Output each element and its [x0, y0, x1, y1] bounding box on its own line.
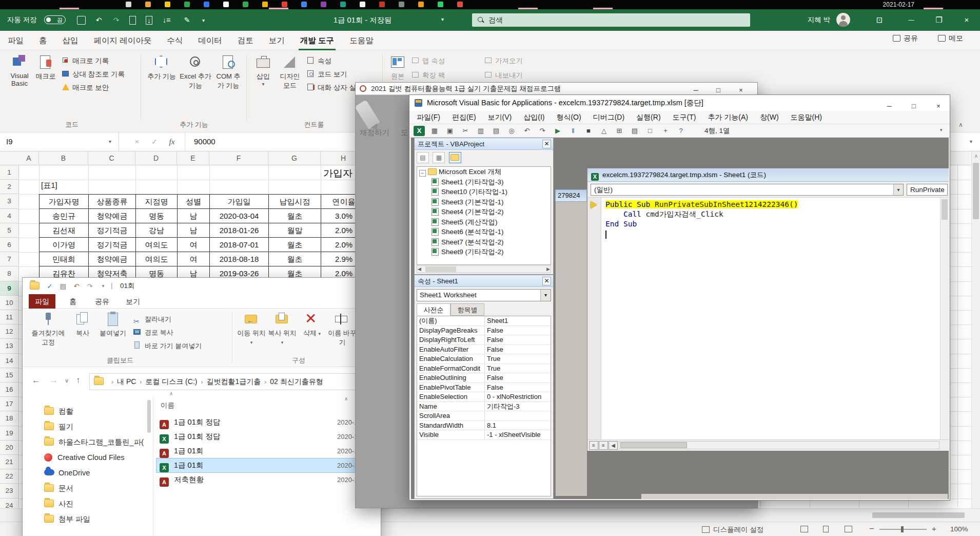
- row-header-20[interactable]: 20: [0, 441, 19, 455]
- qat-undo-icon[interactable]: ↶: [72, 282, 81, 291]
- row-header-18[interactable]: 18: [0, 411, 19, 426]
- taskbar-app-icon[interactable]: [204, 2, 209, 7]
- column-header-G[interactable]: G: [268, 151, 321, 165]
- project-hscrollbar[interactable]: ◀▶: [417, 265, 551, 273]
- xml-source-button[interactable]: 원본: [386, 53, 409, 81]
- code-editor[interactable]: Public Sub RunPrivateSubInSheet121422234…: [601, 198, 940, 439]
- insert-function-icon[interactable]: fx: [164, 132, 180, 151]
- run-icon[interactable]: ▶: [552, 126, 563, 136]
- vba-menu-삽입(I)[interactable]: 삽입(I): [523, 113, 544, 122]
- split-view-icon[interactable]: ≡: [589, 441, 598, 450]
- move-to-button[interactable]: ← 이동 위치 ▾: [237, 311, 266, 346]
- row-header-14[interactable]: 14: [0, 354, 19, 368]
- record-macro-button[interactable]: 매크로 기록: [62, 55, 109, 67]
- properties-button[interactable]: 속성: [307, 55, 331, 67]
- back-icon[interactable]: ←: [32, 375, 41, 386]
- copy-to-button[interactable]: 복사 위치 ▾: [268, 311, 297, 346]
- forward-icon[interactable]: →: [49, 375, 58, 386]
- name-box[interactable]: I9 ▾: [0, 132, 119, 151]
- taskbar-app-icon[interactable]: [243, 2, 248, 7]
- sidebar-item-컴활[interactable]: 컴활: [44, 405, 73, 417]
- row-header-19[interactable]: 19: [0, 426, 19, 441]
- sidebar-scroll-up-icon[interactable]: ∧: [169, 391, 173, 396]
- taskbar-app-icon[interactable]: [282, 2, 287, 7]
- tree-item-sheet[interactable]: Sheet1 (기타작업-3): [417, 177, 551, 187]
- taskbar-app-icon[interactable]: [262, 2, 268, 7]
- qat-more-icon[interactable]: ▾: [199, 16, 208, 25]
- property-row[interactable]: Visible-1 - xlSheetVisible: [417, 430, 551, 440]
- qat-clipboard-icon[interactable]: ▤: [58, 282, 68, 291]
- map-properties-button[interactable]: 맵 속성: [411, 55, 445, 67]
- row-header-11[interactable]: 11: [0, 310, 19, 324]
- design-mode-icon[interactable]: △: [598, 126, 610, 136]
- qat-checkbox-icon[interactable]: ✓: [45, 282, 54, 291]
- row-header-15[interactable]: 15: [0, 368, 19, 382]
- ribbon-tab-삽입[interactable]: 삽입: [55, 31, 86, 50]
- property-value[interactable]: [485, 411, 551, 420]
- row-header-9[interactable]: 9: [0, 281, 19, 296]
- row-header-8[interactable]: 8: [0, 266, 19, 281]
- share-button[interactable]: 공유: [893, 34, 918, 48]
- vertical-scrollbar[interactable]: ∧: [971, 151, 980, 508]
- tab-home[interactable]: 홈: [61, 294, 85, 309]
- taskbar-app-icon[interactable]: [457, 2, 463, 7]
- column-header-A[interactable]: A: [19, 151, 39, 165]
- copy-icon[interactable]: ▥: [475, 126, 486, 136]
- rename-button[interactable]: 이름 바꾸기: [326, 311, 358, 347]
- formula-value[interactable]: 90000: [194, 132, 215, 151]
- column-header-C[interactable]: C: [88, 151, 135, 165]
- tab-file[interactable]: 파일: [29, 294, 55, 309]
- property-value[interactable]: 8.1: [485, 421, 551, 430]
- column-header-name[interactable]: 이름: [161, 401, 174, 410]
- cancel-icon[interactable]: ×: [129, 132, 145, 151]
- sidebar-item-첨부 파일[interactable]: 첨부 파일: [44, 513, 90, 525]
- property-row[interactable]: EnableOutliningFalse: [417, 373, 551, 383]
- ribbon-display-options-icon[interactable]: ⊡: [873, 14, 886, 26]
- row-header-17[interactable]: 17: [0, 397, 19, 411]
- macro-security-button[interactable]: 매크로 보안: [62, 82, 109, 94]
- view-code-button[interactable]: 코드 보기: [307, 68, 347, 81]
- code-vscrollbar[interactable]: [940, 198, 949, 439]
- vba-menu-도움말(H)[interactable]: 도움말(H): [791, 113, 822, 122]
- property-value[interactable]: False: [485, 335, 551, 344]
- com-add-ins-button[interactable]: COM 추가 기능: [213, 53, 243, 90]
- row-header-23[interactable]: 23: [0, 484, 19, 498]
- recent-locations-icon[interactable]: ∨: [65, 377, 69, 384]
- property-value[interactable]: False: [485, 326, 551, 335]
- close-button[interactable]: ×: [961, 14, 973, 26]
- row-header-6[interactable]: 6: [0, 238, 19, 252]
- vba-menu-추가 기능(A)[interactable]: 추가 기능(A): [708, 113, 748, 122]
- pin-to-quick-access-button[interactable]: 즐겨찾기에 고정: [31, 311, 66, 347]
- vba-menu-형식(O)[interactable]: 형식(O): [556, 113, 581, 122]
- table-row[interactable]: 민태희청약예금여의도여2018-08-18월초2.9%: [40, 252, 367, 266]
- sidebar-scrollbar[interactable]: [147, 400, 151, 433]
- cut-icon[interactable]: ✂: [460, 126, 471, 136]
- up-icon[interactable]: ↑: [76, 375, 81, 386]
- taskbar-app-icon[interactable]: [399, 2, 404, 7]
- file-row-1급 01회 정답[interactable]: A1급 01회 정답2020-1: [156, 415, 377, 429]
- properties-object-combo[interactable]: Sheet1 Worksheet ▾: [417, 289, 551, 301]
- vba-menu-도구(T)[interactable]: 도구(T): [673, 113, 696, 122]
- tab-alphabetic[interactable]: 사전순: [417, 303, 450, 316]
- design-mode-button[interactable]: 디자인 모드: [276, 53, 304, 90]
- tab-categorized[interactable]: 항목별: [450, 303, 484, 316]
- redo-icon[interactable]: ↷: [537, 126, 548, 136]
- ribbon-tab-개발 도구[interactable]: 개발 도구: [292, 31, 342, 50]
- ribbon-tab-수식[interactable]: 수식: [159, 31, 190, 50]
- vba-menu-파일(F)[interactable]: 파일(F): [417, 113, 440, 122]
- ribbon-tab-데이터[interactable]: 데이터: [190, 31, 230, 50]
- redo-icon[interactable]: ↷: [112, 16, 121, 25]
- zoom-out-icon[interactable]: −: [869, 524, 874, 533]
- ribbon-tab-보기[interactable]: 보기: [261, 31, 292, 50]
- row-header-2[interactable]: 2: [0, 180, 19, 194]
- view-code-icon[interactable]: ▤: [417, 152, 429, 163]
- undo-icon[interactable]: ↶: [521, 126, 533, 136]
- file-row-1급 01회[interactable]: X1급 01회2020-1: [156, 458, 377, 472]
- vba-menu-디버그(D)[interactable]: 디버그(D): [593, 113, 624, 122]
- code-vscroll-thumb[interactable]: [942, 199, 948, 220]
- copy-path-button[interactable]: W경로 복사: [133, 326, 173, 339]
- properties-window-icon[interactable]: ▤: [629, 126, 640, 136]
- expansion-packs-button[interactable]: 확장 팩: [411, 69, 445, 82]
- memo-button[interactable]: 메모: [938, 34, 963, 48]
- taskbar-app-icon[interactable]: [418, 2, 424, 7]
